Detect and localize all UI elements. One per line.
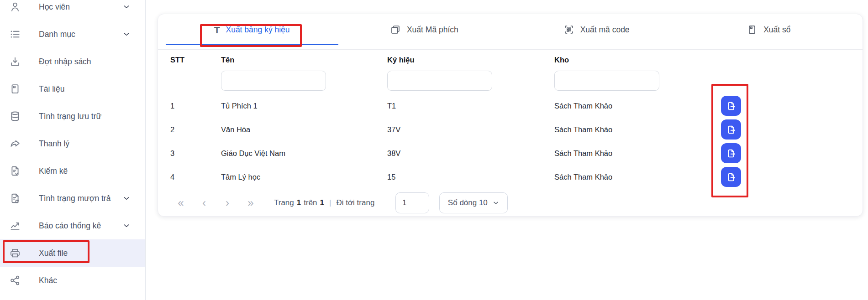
document-icon xyxy=(9,83,21,95)
sidebar-item-label: Tài liệu xyxy=(39,84,64,94)
current-page-number: 1 xyxy=(297,198,301,207)
list-icon xyxy=(9,28,21,40)
next-page-button[interactable]: › xyxy=(223,197,232,208)
tab-xuat-ma-code[interactable]: Xuất mã code xyxy=(510,14,683,45)
cell-kho: Sách Tham Khảo xyxy=(554,149,721,158)
page-info-separator: | xyxy=(329,198,331,207)
sidebar-item-label: Báo cáo thống kê xyxy=(39,221,101,231)
page-info-label: Trang xyxy=(274,198,294,207)
table-body: 1 Tủ Phích 1 T1 Sách Tham Khảo 2 Văn Hóa… xyxy=(158,94,863,189)
sidebar-item-bao-cao-thong-ke[interactable]: Báo cáo thống kê xyxy=(0,212,145,239)
column-header-ten: Tên xyxy=(221,56,387,64)
cell-stt: 3 xyxy=(170,149,221,158)
column-header-kho: Kho xyxy=(554,56,721,64)
chevron-down-icon xyxy=(122,222,131,230)
sidebar-item-label: Thanh lý xyxy=(39,139,69,149)
sidebar-item-danh-muc[interactable]: Danh mục xyxy=(0,21,145,48)
page-size-label: Số dòng 10 xyxy=(448,198,488,207)
prev-page-button[interactable]: ‹ xyxy=(200,197,209,208)
file-check-icon xyxy=(9,165,21,177)
total-pages-number: 1 xyxy=(320,198,324,207)
sidebar-item-label: Kiểm kê xyxy=(39,166,68,176)
tab-xuat-so[interactable]: Xuất sổ xyxy=(683,14,855,45)
file-export-icon xyxy=(726,148,737,159)
cell-ky-hieu: 37V xyxy=(387,125,554,134)
sidebar-item-label: Học viên xyxy=(39,2,70,12)
share-nodes-icon xyxy=(9,274,21,286)
export-card: T Xuất bảng ký hiệu Xuất Mã phích Xuất m… xyxy=(158,14,863,217)
tab-xuat-bang-ky-hieu[interactable]: T Xuất bảng ký hiệu xyxy=(166,14,338,45)
sidebar-item-khac[interactable]: Khác xyxy=(0,267,145,294)
tab-label: Xuất Mã phích xyxy=(407,25,458,35)
pagination-bar: « ‹ › » Trang 1 trên 1 | Đi tới trang Số… xyxy=(158,189,863,217)
active-tab-indicator xyxy=(166,44,338,45)
sidebar-item-hoc-vien[interactable]: Học viên xyxy=(0,0,145,21)
file-refresh-icon xyxy=(9,192,21,204)
cell-stt: 2 xyxy=(170,125,221,134)
export-row-button[interactable] xyxy=(721,143,741,163)
sidebar-item-label: Xuất file xyxy=(39,248,68,258)
chevron-down-icon xyxy=(492,199,500,207)
sidebar-item-tinh-trang-muon-tra[interactable]: Tình trạng mượn trả xyxy=(0,185,145,212)
table-row: 1 Tủ Phích 1 T1 Sách Tham Khảo xyxy=(158,94,863,118)
chevron-down-icon xyxy=(122,3,131,11)
export-row-button[interactable] xyxy=(721,167,741,187)
user-icon xyxy=(9,1,21,13)
sidebar-item-label: Tình trạng mượn trả xyxy=(39,194,110,203)
cell-ky-hieu: 15 xyxy=(387,173,554,181)
cell-kho: Sách Tham Khảo xyxy=(554,173,721,181)
export-row-button[interactable] xyxy=(721,96,741,116)
sidebar-item-dot-nhap-sach[interactable]: Đợt nhập sách xyxy=(0,48,145,75)
table-header-row: STT Tên Ký hiệu Kho xyxy=(158,50,863,70)
book-icon xyxy=(747,24,758,35)
export-tabbar: T Xuất bảng ký hiệu Xuất Mã phích Xuất m… xyxy=(166,14,855,45)
table-row: 4 Tâm Lý học 15 Sách Tham Khảo xyxy=(158,165,863,189)
tabbar-divider xyxy=(158,45,863,50)
last-page-button[interactable]: » xyxy=(246,197,255,208)
page-size-dropdown[interactable]: Số dòng 10 xyxy=(439,192,508,213)
cell-ten: Văn Hóa xyxy=(221,125,387,134)
sidebar-item-label: Tình trạng lưu trữ xyxy=(39,112,101,121)
app-window: Học viên Danh mục Đợt nhập sách xyxy=(0,0,868,300)
cell-ky-hieu: T1 xyxy=(387,102,554,110)
download-icon xyxy=(9,56,21,67)
tab-label: Xuất mã code xyxy=(580,25,630,35)
goto-page-input[interactable] xyxy=(395,192,429,213)
cell-ten: Tủ Phích 1 xyxy=(221,102,387,110)
cell-kho: Sách Tham Khảo xyxy=(554,125,721,134)
sidebar: Học viên Danh mục Đợt nhập sách xyxy=(0,0,146,300)
filter-input-ky-hieu[interactable] xyxy=(387,71,492,91)
filter-input-ten[interactable] xyxy=(221,71,326,91)
sidebar-item-tai-lieu[interactable]: Tài liệu xyxy=(0,75,145,103)
first-page-button[interactable]: « xyxy=(176,197,185,208)
filter-input-kho[interactable] xyxy=(554,71,659,91)
tab-xuat-ma-phich[interactable]: Xuất Mã phích xyxy=(338,14,510,45)
tab-label: Xuất bảng ký hiệu xyxy=(226,25,289,35)
chevron-down-icon xyxy=(122,30,131,38)
cell-ky-hieu: 38V xyxy=(387,149,554,158)
line-chart-icon xyxy=(9,220,21,232)
export-row-button[interactable] xyxy=(721,119,741,140)
sidebar-item-kiem-ke[interactable]: Kiểm kê xyxy=(0,157,145,185)
sidebar-item-label: Danh mục xyxy=(39,30,75,39)
sidebar-nav: Học viên Danh mục Đợt nhập sách xyxy=(0,0,145,294)
sidebar-item-label: Khác xyxy=(39,276,57,285)
table-filter-row xyxy=(158,70,863,91)
sidebar-item-tinh-trang-luu-tru[interactable]: Tình trạng lưu trữ xyxy=(0,103,145,130)
cell-ten: Tâm Lý học xyxy=(221,173,387,181)
cell-ten: Giáo Dục Việt Nam xyxy=(221,149,387,158)
chevron-down-icon xyxy=(122,194,131,202)
column-header-stt: STT xyxy=(170,56,221,64)
printer-icon xyxy=(9,247,21,259)
sidebar-item-label: Đợt nhập sách xyxy=(39,57,91,67)
sidebar-item-xuat-file[interactable]: Xuất file xyxy=(0,239,145,267)
file-export-icon xyxy=(726,171,737,183)
table-row: 2 Văn Hóa 37V Sách Tham Khảo xyxy=(158,118,863,141)
file-export-icon xyxy=(726,100,737,112)
text-T-icon: T xyxy=(214,25,220,35)
main-content: T Xuất bảng ký hiệu Xuất Mã phích Xuất m… xyxy=(146,0,868,300)
cell-stt: 1 xyxy=(170,102,221,110)
page-info: Trang 1 trên 1 | Đi tới trang xyxy=(274,198,374,207)
database-icon xyxy=(9,110,21,122)
sidebar-item-thanh-ly[interactable]: Thanh lý xyxy=(0,130,145,157)
